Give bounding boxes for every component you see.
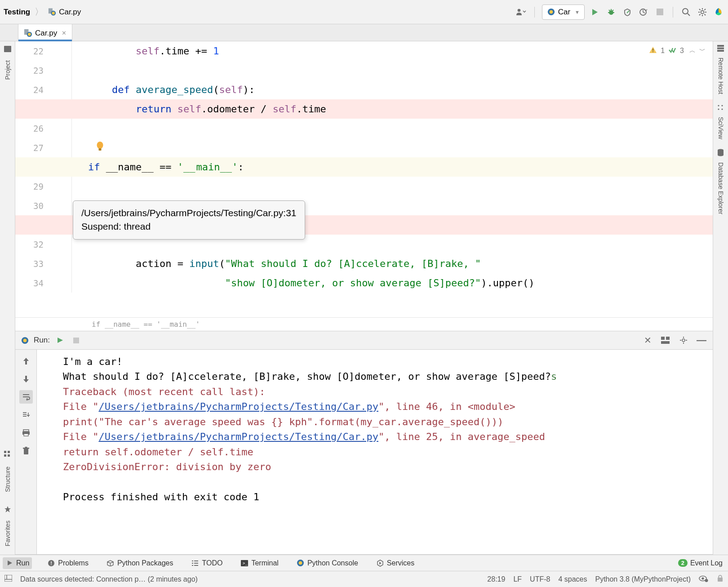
project-icon[interactable] xyxy=(4,45,12,53)
database-icon[interactable] xyxy=(717,149,724,158)
svg-rect-78 xyxy=(4,575,12,582)
tool-windows-icon[interactable] xyxy=(4,575,12,583)
svg-point-62 xyxy=(721,108,723,110)
event-log-tab[interactable]: 2Event Log xyxy=(675,557,725,569)
structure-icon[interactable] xyxy=(4,450,12,458)
svg-point-3 xyxy=(517,9,520,12)
editor-pane: ! 1 3 ︿ ﹀ 22 23 24 25 26 27 28▶ 29 30 31 xyxy=(15,41,713,555)
python-icon xyxy=(21,336,29,345)
run-button[interactable] xyxy=(589,6,601,18)
problems-tab[interactable]: !Problems xyxy=(44,557,91,569)
interpreter[interactable]: Python 3.8 (MyPythonProject) xyxy=(595,575,691,583)
svg-rect-30 xyxy=(8,451,10,453)
breadcrumb-file[interactable]: Car.py xyxy=(59,8,81,17)
svg-line-24 xyxy=(705,9,706,10)
jetbrains-icon[interactable] xyxy=(713,6,724,18)
svg-text:!: ! xyxy=(51,560,53,566)
settings-icon[interactable] xyxy=(697,6,708,18)
console-line: File "/Users/jetbrains/PycharmProjects/T… xyxy=(63,429,706,444)
svg-point-65 xyxy=(718,154,724,156)
indent-setting[interactable]: 4 spaces xyxy=(558,575,587,583)
file-tab-car[interactable]: Car.py ✕ xyxy=(18,24,72,41)
packages-tab[interactable]: Python Packages xyxy=(104,557,176,569)
svg-rect-28 xyxy=(4,46,11,52)
console-output[interactable]: I'm a car! What should I do? [A]ccelerat… xyxy=(37,350,713,554)
separator xyxy=(534,7,535,18)
user-dropdown[interactable] xyxy=(515,6,527,18)
left-tool-stripe: Project Structure Favorites xyxy=(0,41,15,555)
profile-button[interactable] xyxy=(638,6,649,18)
console-line xyxy=(63,475,706,489)
minimize-panel-icon[interactable]: — xyxy=(696,334,707,346)
sciview-tool-button[interactable]: SciView xyxy=(717,114,724,142)
favorites-icon[interactable] xyxy=(4,505,12,513)
code-editor[interactable]: ! 1 3 ︿ ﹀ 22 23 24 25 26 27 28▶ 29 30 31 xyxy=(15,41,713,317)
editor-breadcrumb[interactable]: if __name__ == '__main__' xyxy=(15,317,713,331)
svg-rect-84 xyxy=(718,578,723,582)
svg-rect-50 xyxy=(23,430,29,431)
console-line: I'm a car! xyxy=(63,354,706,369)
stop-run-button[interactable] xyxy=(71,334,82,346)
status-message[interactable]: Data sources detected: Connection p… (2 … xyxy=(20,575,198,583)
svg-point-61 xyxy=(718,108,719,110)
rerun-button[interactable] xyxy=(54,334,66,346)
run-tab[interactable]: Run xyxy=(3,557,32,569)
svg-rect-55 xyxy=(25,447,27,448)
svg-line-22 xyxy=(705,14,706,15)
svg-rect-29 xyxy=(4,451,6,453)
database-tool-button[interactable]: Database Explorer xyxy=(717,160,724,217)
breadcrumb-project[interactable]: Testing xyxy=(4,8,30,17)
console-line: File "/Users/jetbrains/PycharmProjects/T… xyxy=(63,399,706,414)
code-area[interactable]: self.time += 1 def average_speed(self): … xyxy=(88,41,713,293)
search-icon[interactable] xyxy=(680,6,692,18)
python-console-tab[interactable]: Python Console xyxy=(294,557,361,569)
file-link[interactable]: /Users/jetbrains/PycharmProjects/Testing… xyxy=(98,401,378,412)
services-tab[interactable]: Services xyxy=(373,557,417,569)
svg-line-21 xyxy=(699,9,701,10)
settings-panel-icon[interactable] xyxy=(678,334,689,346)
status-bar: Data sources detected: Connection p… (2 … xyxy=(0,571,728,587)
svg-point-77 xyxy=(299,561,302,565)
svg-point-42 xyxy=(682,339,685,342)
close-panel-icon[interactable]: ✕ xyxy=(642,334,653,346)
scroll-to-end-icon[interactable] xyxy=(19,408,33,422)
print-icon[interactable] xyxy=(19,426,33,440)
svg-rect-38 xyxy=(73,338,79,343)
encoding[interactable]: UTF-8 xyxy=(530,575,550,583)
caret-position[interactable]: 28:19 xyxy=(487,575,505,583)
navigation-bar: Testing 〉 Car.py Car ▼ xyxy=(0,0,728,24)
svg-line-10 xyxy=(609,10,610,11)
run-icon xyxy=(5,559,13,567)
svg-rect-53 xyxy=(24,449,28,454)
structure-tool-button[interactable]: Structure xyxy=(4,463,11,496)
breadcrumb[interactable]: Testing 〉 Car.py xyxy=(4,6,81,18)
project-tool-button[interactable]: Project xyxy=(4,57,11,84)
favorites-tool-button[interactable]: Favorites xyxy=(4,517,11,550)
down-arrow-icon[interactable] xyxy=(19,372,33,386)
svg-point-27 xyxy=(28,33,31,36)
remote-host-tool-button[interactable]: Remote Host xyxy=(717,55,724,97)
console-line: return self.odometer / self.time xyxy=(63,445,706,459)
run-configuration-dropdown[interactable]: Car ▼ xyxy=(542,4,585,20)
line-separator[interactable]: LF xyxy=(513,575,522,583)
lock-icon[interactable] xyxy=(717,574,724,584)
coverage-button[interactable] xyxy=(621,6,633,18)
right-tool-stripe: Remote Host SciView Database Explorer xyxy=(713,41,728,555)
stop-button[interactable] xyxy=(654,6,666,18)
up-arrow-icon[interactable] xyxy=(19,354,33,368)
trash-icon[interactable] xyxy=(19,444,33,458)
close-icon[interactable]: ✕ xyxy=(62,30,67,36)
svg-rect-57 xyxy=(717,48,724,49)
tooltip-suspend: Suspend: thread xyxy=(81,220,297,233)
file-link[interactable]: /Users/jetbrains/PycharmProjects/Testing… xyxy=(98,431,378,442)
soft-wrap-icon[interactable] xyxy=(19,390,33,404)
breadcrumb-code-text: if __name__ == '__main__' xyxy=(92,320,200,329)
remote-host-icon[interactable] xyxy=(717,45,724,53)
svg-rect-32 xyxy=(8,454,10,457)
terminal-tab[interactable]: >_Terminal xyxy=(238,557,281,569)
todo-tab[interactable]: TODO xyxy=(188,557,225,569)
debug-button[interactable] xyxy=(605,6,617,18)
inspection-eye-icon[interactable] xyxy=(699,575,709,584)
sciview-icon[interactable] xyxy=(717,104,724,112)
layout-icon[interactable] xyxy=(660,334,671,346)
